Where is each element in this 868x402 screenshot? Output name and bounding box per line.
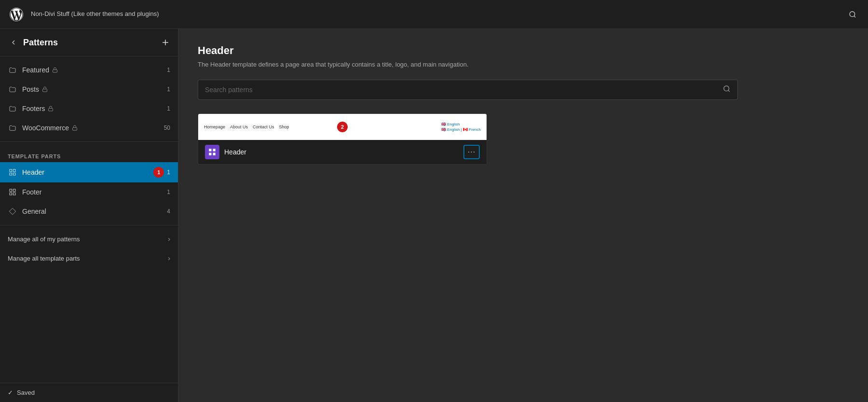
add-pattern-button[interactable]: [161, 38, 170, 47]
search-submit-button[interactable]: [723, 85, 731, 95]
svg-rect-10: [10, 173, 12, 175]
back-button[interactable]: [8, 37, 19, 48]
chevron-right-icon: ›: [168, 235, 170, 243]
sidebar-item-posts[interactable]: Posts 1: [0, 80, 178, 99]
sidebar: Patterns Featured 1: [0, 29, 178, 402]
svg-line-18: [728, 90, 730, 92]
divider: [0, 141, 178, 142]
manage-patterns-link[interactable]: Manage all of my patterns ›: [0, 229, 178, 249]
chevron-left-icon: [10, 39, 17, 46]
chevron-right-icon-2: ›: [168, 254, 170, 262]
search-bar: [198, 80, 738, 100]
lock-icon: [52, 67, 58, 73]
lock-icon: [42, 86, 48, 92]
content-area: Header The Header template defines a pag…: [178, 29, 868, 402]
folder-icon: [8, 123, 17, 133]
svg-point-0: [850, 12, 855, 17]
lock-icon: [48, 106, 54, 111]
search-icon: [723, 85, 731, 93]
sidebar-item-label-woocommerce: WooCommerce: [22, 124, 164, 132]
grid-icon: [8, 167, 17, 177]
svg-rect-5: [43, 89, 47, 92]
preview-nav: Homepage About Us Contact Us Shop: [204, 125, 289, 129]
svg-marker-16: [9, 208, 15, 214]
pattern-more-button[interactable]: ···: [463, 145, 480, 159]
svg-rect-8: [10, 169, 12, 172]
svg-rect-9: [13, 169, 15, 172]
sidebar-item-label-general: General: [22, 208, 167, 215]
saved-label: Saved: [17, 389, 35, 396]
diamond-icon: [8, 207, 17, 216]
search-icon: [849, 11, 856, 18]
sidebar-item-label-footer: Footer: [22, 188, 167, 196]
page-description: The Header template defines a page area …: [198, 61, 849, 68]
template-parts-label: TEMPLATE PARTS: [0, 146, 178, 162]
manage-template-parts-link[interactable]: Manage all template parts ›: [0, 249, 178, 268]
grid-pattern-icon: [208, 148, 217, 156]
general-count: 4: [167, 208, 170, 215]
preview-flags: 🇬🇧 English 🇬🇧 English | 🇨🇦 French: [441, 122, 481, 132]
main-layout: Patterns Featured 1: [0, 29, 868, 402]
wordpress-icon: [10, 8, 23, 21]
plus-icon: [161, 38, 170, 47]
sidebar-footer: ✓ Saved: [0, 383, 178, 402]
pattern-footer: Header ···: [198, 140, 487, 164]
pattern-preview: Homepage About Us Contact Us Shop 2 🇬🇧 E…: [198, 114, 487, 140]
svg-rect-11: [13, 173, 15, 175]
sidebar-item-footer[interactable]: Footer 1: [0, 182, 178, 202]
divider-2: [0, 225, 178, 225]
top-bar: Non-Divi Stuff (Like other themes and pl…: [0, 0, 868, 29]
svg-rect-7: [73, 128, 77, 131]
footers-count: 1: [167, 105, 170, 112]
pattern-card-header: Homepage About Us Contact Us Shop 2 🇬🇧 E…: [198, 113, 487, 165]
svg-point-17: [724, 86, 729, 91]
woocommerce-count: 50: [164, 125, 170, 131]
preview-badge: 2: [337, 122, 348, 132]
svg-rect-13: [13, 189, 15, 192]
sidebar-item-header[interactable]: Header 1 1: [0, 162, 178, 182]
svg-rect-4: [53, 70, 57, 73]
saved-check-icon: ✓: [8, 389, 13, 396]
svg-line-1: [854, 16, 855, 17]
manage-template-parts-label: Manage all template parts: [8, 255, 168, 262]
sidebar-item-label-header: Header: [22, 168, 153, 176]
svg-rect-15: [13, 193, 15, 195]
svg-rect-22: [213, 153, 216, 155]
svg-rect-20: [213, 149, 216, 151]
manage-patterns-label: Manage all of my patterns: [8, 236, 168, 243]
site-title: Non-Divi Stuff (Like other themes and pl…: [31, 10, 839, 18]
sidebar-item-general[interactable]: General 4: [0, 202, 178, 221]
footer-count: 1: [167, 189, 170, 195]
grid-icon: [8, 187, 17, 197]
sidebar-item-woocommerce[interactable]: WooCommerce 50: [0, 118, 178, 138]
patterns-grid: Homepage About Us Contact Us Shop 2 🇬🇧 E…: [198, 113, 487, 165]
folder-icon: [8, 84, 17, 94]
pattern-thumb-icon: [205, 145, 219, 159]
folder-icon: [8, 104, 17, 113]
posts-count: 1: [167, 86, 170, 93]
featured-count: 1: [167, 67, 170, 73]
wp-logo: [8, 6, 25, 23]
sidebar-item-featured[interactable]: Featured 1: [0, 60, 178, 80]
search-button[interactable]: [845, 7, 860, 22]
content-header: Header The Header template defines a pag…: [198, 44, 849, 68]
svg-rect-21: [209, 153, 211, 155]
pattern-name: Header: [224, 148, 463, 156]
svg-rect-12: [10, 189, 12, 192]
page-title: Header: [198, 44, 849, 57]
header-badge: 1: [153, 167, 164, 178]
folder-icon: [8, 65, 17, 75]
lock-icon: [72, 125, 78, 131]
sidebar-item-label-posts: Posts: [22, 85, 167, 93]
sidebar-item-footers[interactable]: Footers 1: [0, 99, 178, 118]
patterns-nav: Featured 1 Posts 1: [0, 56, 178, 383]
svg-rect-6: [49, 109, 53, 111]
header-count: 1: [167, 169, 170, 176]
svg-rect-19: [209, 149, 211, 151]
sidebar-title: Patterns: [23, 38, 161, 48]
sidebar-header: Patterns: [0, 29, 178, 56]
svg-rect-14: [10, 193, 12, 195]
sidebar-item-label-footers: Footers: [22, 105, 167, 112]
sidebar-item-label-featured: Featured: [22, 66, 167, 74]
search-input[interactable]: [205, 86, 723, 94]
